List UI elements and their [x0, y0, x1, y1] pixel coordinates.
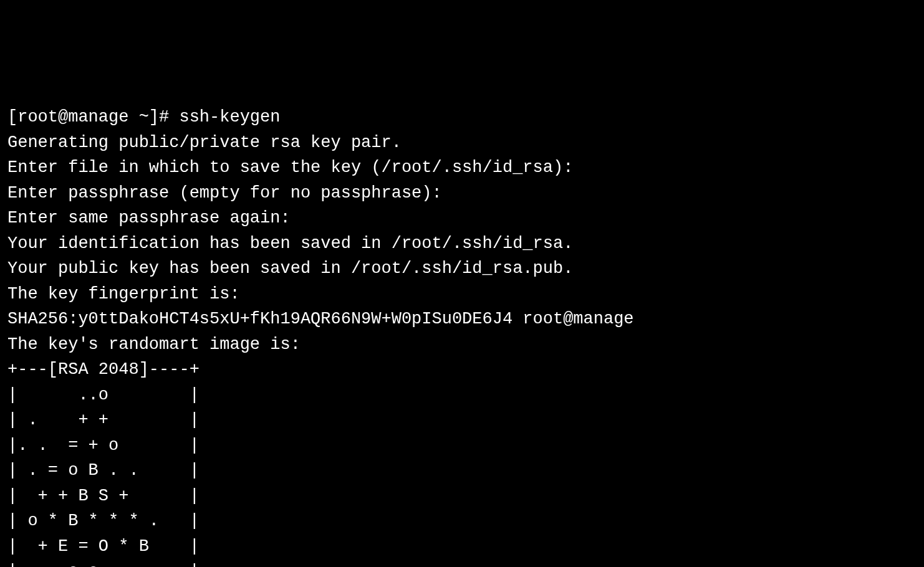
terminal-output-line: The key's randomart image is:: [7, 332, 917, 358]
terminal-window[interactable]: [root@manage ~]# ssh-keygenGenerating pu…: [7, 105, 917, 567]
terminal-command-line: [root@manage ~]# ssh-keygen: [7, 105, 917, 130]
terminal-output-line: Enter file in which to save the key (/ro…: [7, 155, 917, 181]
randomart-line: | . = o B . . |: [7, 458, 917, 484]
randomart-line: |. . = + o |: [7, 433, 917, 459]
terminal-output-line: Enter passphrase (empty for no passphras…: [7, 181, 917, 206]
terminal-output-line: Generating public/private rsa key pair.: [7, 130, 917, 156]
randomart-line: | + + B S + |: [7, 484, 917, 509]
randomart-line: | . + + |: [7, 407, 917, 433]
randomart-border-top: +---[RSA 2048]----+: [7, 357, 917, 383]
terminal-prompt: [root@manage ~]#: [7, 108, 179, 126]
randomart-line: | ..o |: [7, 383, 917, 408]
randomart-line: | + E = O * B |: [7, 534, 917, 560]
terminal-output-line: Your identification has been saved in /r…: [7, 231, 917, 257]
terminal-command: ssh-keygen: [179, 108, 280, 126]
randomart-line: | o o = = |: [7, 559, 917, 567]
terminal-output-line: Enter same passphrase again:: [7, 206, 917, 231]
terminal-output-line: SHA256:y0ttDakoHCT4s5xU+fKh19AQR66N9W+W0…: [7, 307, 917, 332]
randomart-line: | o * B * * * . |: [7, 508, 917, 534]
terminal-output-line: Your public key has been saved in /root/…: [7, 256, 917, 282]
terminal-output-line: The key fingerprint is:: [7, 282, 917, 307]
